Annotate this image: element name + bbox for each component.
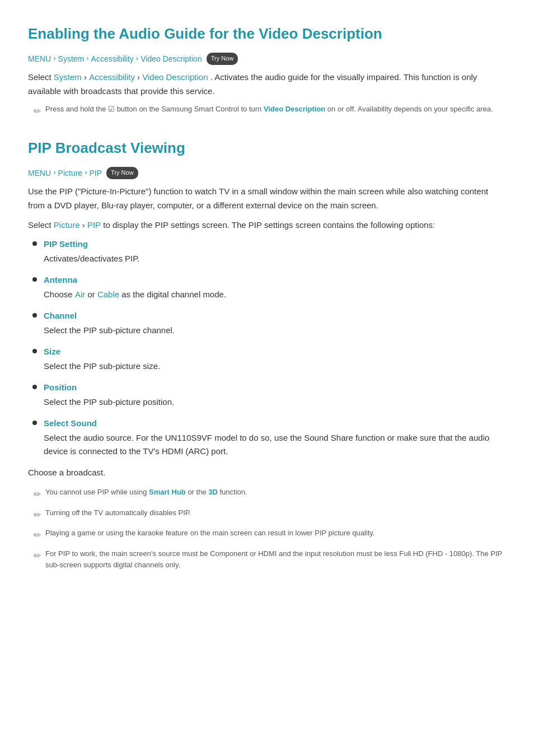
option-position: Position Select the PIP sub-picture posi… — [28, 381, 506, 409]
section1-highlight-video-desc: Video Description — [142, 72, 208, 82]
pip-note-3-icon: ✏ — [34, 528, 41, 543]
pip-note-1-text: You cannot use PIP while using Smart Hub… — [45, 487, 247, 498]
option-pip-setting: PIP Setting Activates/deactivates PIP. — [28, 237, 506, 265]
option-position-content: Position Select the PIP sub-picture posi… — [44, 381, 506, 409]
section1-note-icon: ✏ — [34, 104, 41, 119]
pip-note-4-text: For PIP to work, the main screen's sourc… — [45, 548, 506, 571]
option-pip-setting-label: PIP Setting — [44, 237, 506, 251]
pip-note-1-icon: ✏ — [34, 487, 41, 502]
breadcrumb-sep1: › — [53, 53, 55, 64]
option-select-sound-desc: Select the audio source. For the UN110S9… — [44, 433, 489, 456]
antenna-highlight-air: Air — [75, 290, 85, 299]
option-antenna-desc: Choose Air or Cable as the digital chann… — [44, 290, 226, 299]
section2-highlight-picture: Picture — [54, 220, 80, 230]
section2-sep1: › — [53, 167, 55, 179]
antenna-highlight-cable: Cable — [97, 290, 119, 299]
pip-note-3: ✏ Playing a game or using the karaoke fe… — [34, 528, 506, 543]
bullet-dot-channel — [32, 313, 37, 318]
breadcrumb-sep2: › — [86, 53, 88, 64]
section2-title: PIP Broadcast Viewing — [28, 137, 506, 160]
section2-highlight-pip: PIP — [87, 220, 101, 230]
pip-note-2: ✏ Turning off the TV automatically disab… — [34, 507, 506, 522]
option-size-label: Size — [44, 345, 506, 358]
section1-highlight-system: System — [54, 72, 82, 82]
pip-note-2-text: Turning off the TV automatically disable… — [45, 507, 191, 519]
breadcrumb-accessibility: Accessibility — [91, 53, 134, 65]
section1-title: Enabling the Audio Guide for the Video D… — [28, 22, 506, 46]
option-select-sound: Select Sound Select the audio source. Fo… — [28, 417, 506, 458]
section2-try-now-badge[interactable]: Try Now — [106, 167, 138, 179]
pip-note-1: ✏ You cannot use PIP while using Smart H… — [34, 487, 506, 502]
breadcrumb-sep3: › — [136, 53, 138, 64]
bullet-dot-antenna — [32, 277, 37, 282]
option-channel: Channel Select the PIP sub-picture chann… — [28, 309, 506, 337]
option-size-desc: Select the PIP sub-picture size. — [44, 361, 160, 371]
pip-options-list: PIP Setting Activates/deactivates PIP. A… — [28, 237, 506, 458]
option-pip-setting-desc: Activates/deactivates PIP. — [44, 254, 139, 263]
option-position-label: Position — [44, 381, 506, 394]
pip-note-4-icon: ✏ — [34, 549, 41, 563]
bullet-dot-position — [32, 385, 37, 389]
breadcrumb-menu: MENU — [28, 53, 51, 65]
pip-note-3-text: Playing a game or using the karaoke feat… — [45, 528, 374, 539]
option-select-sound-label: Select Sound — [44, 417, 506, 430]
section1-breadcrumb: MENU › System › Accessibility › Video De… — [28, 53, 506, 65]
option-antenna-content: Antenna Choose Air or Cable as the digit… — [44, 273, 506, 301]
option-antenna-label: Antenna — [44, 273, 506, 287]
option-select-sound-content: Select Sound Select the audio source. Fo… — [44, 417, 506, 458]
option-channel-label: Channel — [44, 309, 506, 323]
section2-sep2: › — [85, 167, 87, 179]
option-pip-setting-content: PIP Setting Activates/deactivates PIP. — [44, 237, 506, 265]
option-size-content: Size Select the PIP sub-picture size. — [44, 345, 506, 373]
section2-breadcrumb: MENU › Picture › PIP Try Now — [28, 167, 506, 179]
option-size: Size Select the PIP sub-picture size. — [28, 345, 506, 373]
bullet-dot-select-sound — [32, 421, 37, 425]
section2-breadcrumb-menu: MENU — [28, 167, 51, 179]
breadcrumb-video-description: Video Description — [140, 53, 202, 65]
option-antenna: Antenna Choose Air or Cable as the digit… — [28, 273, 506, 301]
section1-note-highlight: Video Description — [264, 105, 325, 113]
section2-body2: Select Picture › PIP to display the PIP … — [28, 218, 506, 232]
section1-body: Select System › Accessibility › Video De… — [28, 71, 506, 99]
pip-note-2-icon: ✏ — [34, 508, 41, 522]
pip-notes: ✏ You cannot use PIP while using Smart H… — [28, 487, 506, 571]
breadcrumb-system: System — [58, 53, 85, 65]
option-position-desc: Select the PIP sub-picture position. — [44, 397, 174, 407]
section2-body1: Use the PIP ("Picture-In-Picture") funct… — [28, 185, 506, 213]
choose-broadcast-text: Choose a broadcast. — [28, 466, 506, 480]
section1-try-now-badge[interactable]: Try Now — [207, 53, 238, 65]
bullet-dot-size — [32, 349, 37, 353]
note1-highlight-smarthub: Smart Hub — [149, 488, 186, 496]
pip-note-4: ✏ For PIP to work, the main screen's sou… — [34, 548, 506, 571]
section2-breadcrumb-picture: Picture — [58, 167, 83, 179]
section2-body2-text: to display the PIP settings screen. The … — [103, 220, 435, 230]
section1-highlight-accessibility: Accessibility — [89, 72, 135, 82]
section1-note: ✏ Press and hold the ☑ button on the Sam… — [34, 104, 506, 119]
option-channel-content: Channel Select the PIP sub-picture chann… — [44, 309, 506, 337]
section1-note-text: Press and hold the ☑ button on the Samsu… — [45, 104, 493, 115]
note1-highlight-3d: 3D — [208, 488, 218, 496]
section2-breadcrumb-pip: PIP — [90, 167, 102, 179]
option-channel-desc: Select the PIP sub-picture channel. — [44, 325, 175, 335]
bullet-dot-pip-setting — [32, 241, 37, 246]
